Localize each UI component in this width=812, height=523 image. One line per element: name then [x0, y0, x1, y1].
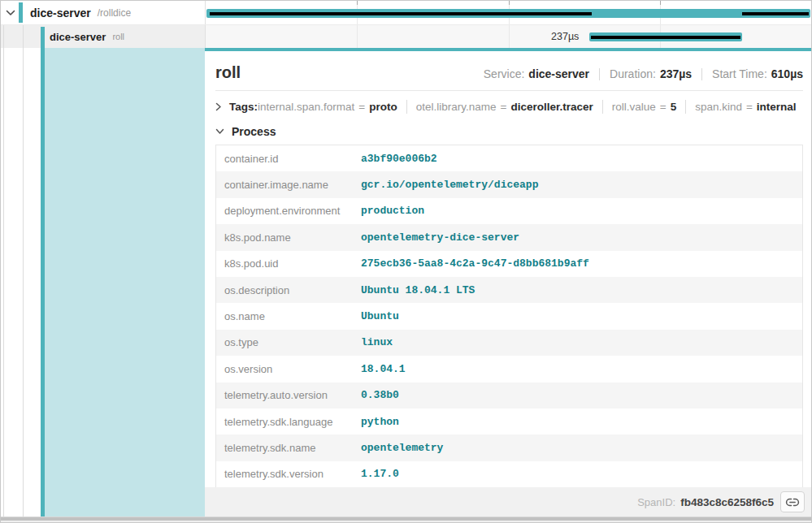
- table-row: os.name Ubuntu: [216, 303, 802, 329]
- tag-value: proto: [369, 101, 397, 113]
- tag-equals: =: [358, 101, 365, 113]
- tag-item: span.kind = internal: [695, 101, 796, 113]
- chevron-right-icon: [215, 102, 222, 111]
- process-key: k8s.pod.uid: [216, 257, 361, 270]
- process-key: os.name: [216, 310, 361, 322]
- process-key: telemetry.sdk.version: [216, 468, 361, 480]
- tag-divider: [406, 100, 407, 114]
- tag-value: internal: [757, 101, 797, 113]
- ruler-tick: [660, 1, 661, 5]
- tag-item: otel.library.name = diceroller.tracer: [416, 101, 593, 113]
- timeline-cell: 237µs: [205, 25, 811, 48]
- tag-item: internal.span.format = proto: [258, 101, 397, 113]
- chevron-down-icon: [215, 128, 224, 135]
- duration-value: 237µs: [660, 67, 692, 80]
- tag-key: internal.span.format: [258, 101, 354, 113]
- horizontal-scrollbar[interactable]: [1, 517, 811, 522]
- span-detail-panel: roll Service: dice-server Duration: 237µ…: [205, 48, 811, 517]
- table-row: container.image.name gcr.io/opentelemetr…: [216, 171, 802, 197]
- span-row-rolldice[interactable]: dice-server /rolldice: [1, 1, 811, 25]
- table-row: deployment.environment production: [216, 198, 802, 224]
- detail-meta: Service: dice-server Duration: 237µs Sta…: [484, 67, 803, 80]
- operation-title: roll: [215, 62, 241, 83]
- spanid-label: SpanID:: [637, 496, 675, 508]
- tag-item: roll.value = 5: [612, 101, 676, 113]
- table-row: os.description Ubuntu 18.04.1 LTS: [216, 277, 802, 303]
- detail-footer: SpanID: fb483c8c6258f6c5: [205, 487, 811, 517]
- indent-guide: [23, 48, 24, 517]
- tag-divider: [602, 100, 603, 114]
- detail-header: roll Service: dice-server Duration: 237µ…: [215, 62, 803, 83]
- service-label: Service:: [484, 67, 525, 80]
- table-row: os.version 18.04.1: [216, 356, 802, 382]
- process-key: telemetry.sdk.name: [216, 442, 361, 454]
- process-value: a3bf90e006b2: [361, 153, 437, 165]
- table-row: telemetry.sdk.name opentelemetry: [216, 434, 802, 460]
- span-duration-label: 237µs: [206, 25, 584, 48]
- process-key: os.version: [216, 363, 361, 375]
- table-row: container.id a3bf90e006b2: [216, 145, 802, 171]
- timeline-cell: [205, 1, 811, 24]
- critical-path-segment: [210, 12, 592, 15]
- span-name-cell[interactable]: dice-server roll: [1, 25, 205, 48]
- process-value: Ubuntu 18.04.1 LTS: [361, 284, 475, 296]
- span-bar-rolldice[interactable]: [206, 9, 810, 18]
- process-value: 0.38b0: [361, 389, 399, 401]
- tag-value: diceroller.tracer: [510, 101, 593, 113]
- span-bar-roll[interactable]: [589, 32, 742, 41]
- process-section-toggle[interactable]: Process: [215, 123, 803, 140]
- detail-left-strip: [1, 48, 205, 517]
- critical-path-segment: [742, 12, 809, 15]
- scrollbar-thumb[interactable]: [1, 517, 811, 521]
- tag-equals: =: [746, 101, 753, 113]
- tags-section-toggle[interactable]: Tags: internal.span.format = proto otel.…: [215, 98, 803, 115]
- duration-label: Duration:: [610, 67, 656, 80]
- table-row: telemetry.sdk.language python: [216, 408, 802, 434]
- service-name: dice-server: [30, 6, 91, 19]
- process-value: opentelemetry: [361, 442, 443, 454]
- indent-guide: [23, 25, 24, 48]
- operation-name: /rolldice: [98, 7, 131, 19]
- table-row: telemetry.auto.version 0.38b0: [216, 383, 802, 408]
- process-value: 275ecb36-5aa8-4c2a-9c47-d8bb681b9aff: [361, 257, 589, 270]
- process-key: deployment.environment: [216, 205, 361, 217]
- tag-key: roll.value: [612, 101, 656, 113]
- link-icon: [785, 497, 800, 508]
- header-divider: [215, 90, 803, 91]
- process-key: container.image.name: [216, 179, 361, 191]
- process-value: 1.17.0: [361, 468, 399, 480]
- copy-link-button[interactable]: [780, 491, 805, 512]
- operation-name: roll: [112, 32, 124, 41]
- spanid-value: fb483c8c6258f6c5: [680, 496, 774, 508]
- table-row: telemetry.sdk.version 1.17.0: [216, 461, 802, 487]
- process-key: telemetry.auto.version: [216, 389, 361, 401]
- process-key: k8s.pod.name: [216, 231, 361, 244]
- span-detail-zone: roll Service: dice-server Duration: 237µ…: [1, 48, 811, 517]
- service-name: dice-server: [50, 31, 106, 43]
- tag-equals: =: [660, 101, 667, 113]
- span-row-roll[interactable]: dice-server roll 237µs: [1, 25, 811, 48]
- indent-guide: [3, 25, 4, 48]
- process-value: gcr.io/opentelemetry/diceapp: [361, 179, 538, 191]
- start-time-value: 610µs: [771, 67, 803, 80]
- ruler-tick: [357, 1, 358, 5]
- meta-divider: [599, 68, 600, 80]
- process-value: production: [361, 205, 424, 217]
- indent-guide: [3, 48, 4, 517]
- process-value: opentelemetry-dice-server: [361, 231, 519, 244]
- tag-divider: [685, 100, 686, 114]
- critical-path-segment: [591, 36, 740, 39]
- span-name-cell[interactable]: dice-server /rolldice: [1, 1, 205, 24]
- chevron-down-icon[interactable]: [6, 1, 15, 24]
- span-color-bar: [41, 27, 45, 48]
- process-table: container.id a3bf90e006b2 container.imag…: [215, 145, 803, 488]
- meta-divider: [701, 68, 702, 80]
- process-label: Process: [232, 125, 276, 138]
- process-key: telemetry.sdk.language: [216, 416, 361, 428]
- tag-key: span.kind: [695, 101, 742, 113]
- tag-value: 5: [671, 101, 677, 113]
- table-row: k8s.pod.uid 275ecb36-5aa8-4c2a-9c47-d8bb…: [216, 251, 802, 277]
- table-row: os.type linux: [216, 330, 802, 356]
- trace-detail-view: dice-server /rolldice dice-server rol: [0, 0, 812, 523]
- process-value: Ubuntu: [361, 310, 399, 322]
